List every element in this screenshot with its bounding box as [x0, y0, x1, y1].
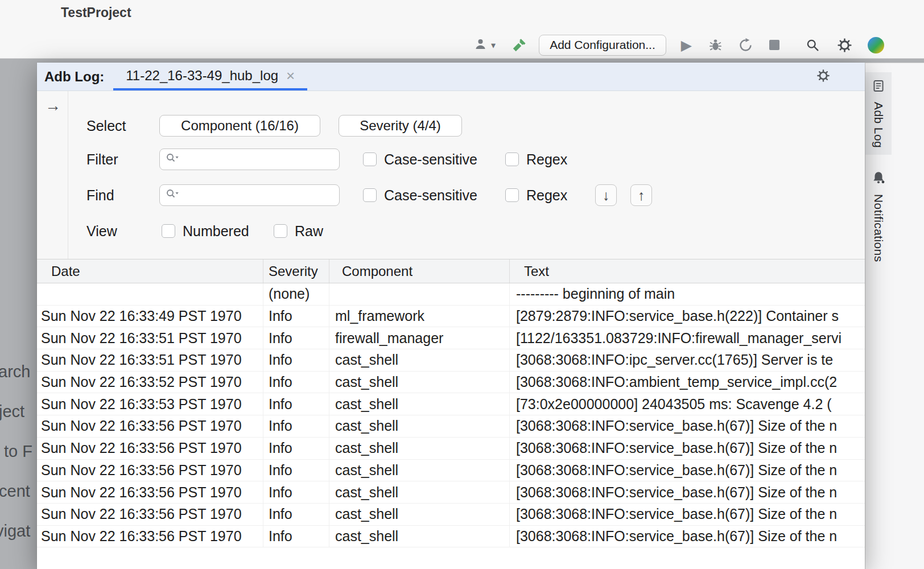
find-previous-button[interactable]: ↑ [630, 184, 652, 206]
background-text-fragment: cent [0, 482, 30, 501]
filter-search-field [159, 149, 340, 170]
checkbox-label: Regex [526, 187, 567, 204]
table-row[interactable]: Sun Nov 22 16:33:52 PST 1970Infocast_she… [37, 372, 865, 394]
cell-date: Sun Nov 22 16:33:52 PST 1970 [37, 372, 263, 393]
user-icon [473, 36, 488, 54]
table-row[interactable]: Sun Nov 22 16:33:51 PST 1970Infocast_she… [37, 349, 865, 372]
checkbox-box [363, 152, 377, 166]
column-header-text[interactable]: Text [509, 259, 865, 283]
find-label: Find [86, 187, 114, 204]
cell-component [329, 283, 509, 305]
settings-gear-icon[interactable] [836, 37, 853, 53]
table-row[interactable]: Sun Nov 22 16:33:56 PST 1970Infocast_she… [37, 460, 865, 482]
build-hammer-icon[interactable] [512, 37, 527, 53]
table-row[interactable]: Sun Nov 22 16:33:56 PST 1970Infocast_she… [37, 526, 865, 548]
log-file-tab-label: 11-22_16-33-49_hub_log [126, 68, 278, 84]
find-search-field [159, 184, 340, 206]
table-row[interactable]: Sun Nov 22 16:33:49 PST 1970Infoml_frame… [37, 306, 865, 328]
checkbox-label: Case-sensitive [384, 187, 477, 204]
component-filter-button[interactable]: Component (16/16) [159, 115, 320, 137]
cell-date [37, 283, 263, 305]
raw-checkbox[interactable]: Raw [274, 220, 323, 242]
cell-date: Sun Nov 22 16:33:56 PST 1970 [37, 438, 263, 459]
log-file-tab[interactable]: 11-22_16-33-49_hub_log × [113, 63, 307, 90]
cell-severity: Info [263, 306, 329, 327]
view-row: View Numbered Raw [37, 220, 865, 242]
cell-severity: Info [263, 504, 329, 525]
column-header-severity[interactable]: Severity [263, 259, 329, 283]
profiler-icon[interactable] [738, 38, 753, 53]
ide-titlebar: TestProject ▾ Add Configuration... ▶ [0, 0, 924, 59]
cell-text: [3068:3068:INFO:service_base.h(67)] Size… [509, 438, 865, 459]
background-text-fragment: to F [4, 442, 32, 461]
window-title: TestProject [61, 5, 131, 20]
column-header-component[interactable]: Component [329, 259, 509, 283]
table-row[interactable]: Sun Nov 22 16:33:56 PST 1970Infocast_she… [37, 504, 865, 526]
cell-date: Sun Nov 22 16:33:56 PST 1970 [37, 504, 263, 525]
background-text-fragment: ject [0, 402, 24, 421]
find-next-button[interactable]: ↓ [595, 184, 617, 206]
filter-regex-checkbox[interactable]: Regex [505, 149, 567, 170]
view-label: View [86, 223, 117, 240]
gradient-ball [868, 37, 884, 53]
cell-severity: Info [263, 415, 329, 437]
cell-severity: Info [263, 327, 329, 349]
checkbox-label: Numbered [183, 223, 249, 240]
panel-gear-icon[interactable] [816, 68, 831, 85]
cell-component: cast_shell [329, 438, 509, 459]
collapse-right-icon[interactable]: → [45, 97, 61, 115]
filter-form: → Select Component (16/16) Severity (4/4… [37, 91, 865, 259]
stripe-tab-notifications[interactable]: Notifications [865, 163, 892, 269]
find-input[interactable] [183, 188, 333, 203]
log-table: Date Severity Component Text (none)-----… [37, 259, 865, 569]
select-row: Select Component (16/16) Severity (4/4) [37, 115, 865, 137]
checkbox-label: Regex [526, 151, 567, 168]
cell-date: Sun Nov 22 16:33:56 PST 1970 [37, 415, 263, 437]
debug-icon[interactable] [708, 38, 723, 53]
tool-window-stripe: Adb Log Notifications [865, 63, 924, 569]
cell-severity: Info [263, 372, 329, 393]
cell-severity: Info [263, 438, 329, 459]
numbered-checkbox[interactable]: Numbered [162, 220, 249, 242]
stop-icon[interactable] [769, 40, 805, 50]
column-header-date[interactable]: Date [37, 259, 263, 283]
cell-severity: Info [263, 481, 329, 503]
add-configuration-button[interactable]: Add Configuration... [539, 35, 666, 56]
table-row[interactable]: Sun Nov 22 16:33:56 PST 1970Infocast_she… [37, 415, 865, 438]
table-row[interactable]: Sun Nov 22 16:33:56 PST 1970Infocast_she… [37, 481, 865, 504]
header-actions [816, 68, 849, 85]
background-text-fragment: arch [0, 362, 30, 381]
table-row[interactable]: (none)--------- beginning of main [37, 283, 865, 306]
find-regex-checkbox[interactable]: Regex [505, 184, 567, 206]
search-everywhere-icon[interactable] [805, 37, 820, 53]
cell-severity: Info [263, 526, 329, 547]
cell-text: [3068:3068:INFO:service_base.h(67)] Size… [509, 481, 865, 503]
severity-filter-button[interactable]: Severity (4/4) [339, 115, 462, 137]
table-header-row: Date Severity Component Text [37, 259, 865, 283]
table-row[interactable]: Sun Nov 22 16:33:56 PST 1970Infocast_she… [37, 438, 865, 460]
gradient-avatar-icon[interactable] [868, 37, 884, 53]
user-menu-button[interactable]: ▾ [473, 36, 496, 54]
checkbox-box [274, 224, 287, 238]
stripe-tab-label: Adb Log [872, 102, 885, 148]
stop-square [769, 40, 779, 50]
run-icon[interactable]: ▶ [681, 38, 692, 52]
cell-text: [3068:3068:INFO:ambient_temp_service_imp… [509, 372, 865, 393]
stripe-tab-adb-log[interactable]: Adb Log [865, 72, 892, 155]
filter-input[interactable] [183, 152, 333, 167]
cell-text: [73:0x2e00000000] 24043505 ms: Scavenge … [509, 393, 865, 415]
table-row[interactable]: Sun Nov 22 16:33:53 PST 1970Infocast_she… [37, 393, 865, 415]
table-row[interactable]: Sun Nov 22 16:33:51 PST 1970Infofirewall… [37, 327, 865, 349]
cell-component: cast_shell [329, 415, 509, 437]
tool-window-header: Adb Log: 11-22_16-33-49_hub_log × [37, 63, 865, 91]
find-row: Find Case-sensitive Regex ↓ ↑ [37, 184, 865, 206]
filter-case-sensitive-checkbox[interactable]: Case-sensitive [363, 149, 477, 170]
close-icon[interactable]: × [286, 68, 295, 83]
cell-text: --------- beginning of main [509, 283, 865, 305]
stripe-tab-label: Notifications [872, 194, 885, 262]
cell-component: cast_shell [329, 504, 509, 525]
find-case-sensitive-checkbox[interactable]: Case-sensitive [363, 184, 477, 206]
filter-row: Filter Case-sensitive Regex [37, 149, 865, 170]
search-icon [166, 152, 179, 166]
log-document-icon [872, 79, 885, 95]
